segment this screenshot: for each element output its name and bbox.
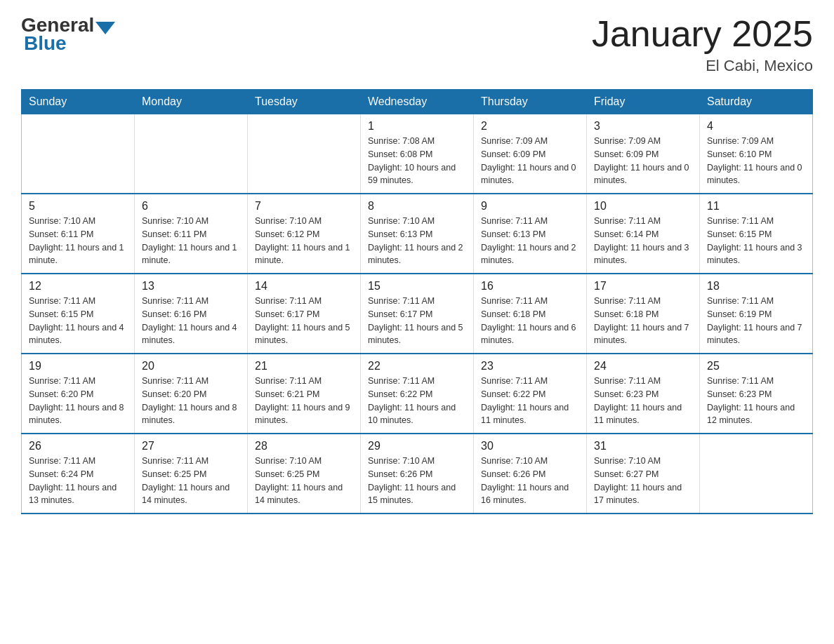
days-of-week-row: SundayMondayTuesdayWednesdayThursdayFrid… (22, 90, 813, 114)
day-number: 27 (142, 440, 240, 452)
day-cell (700, 434, 813, 514)
day-cell: 18Sunrise: 7:11 AM Sunset: 6:19 PM Dayli… (700, 274, 813, 354)
day-info: Sunrise: 7:11 AM Sunset: 6:18 PM Dayligh… (481, 295, 579, 347)
day-cell: 2Sunrise: 7:09 AM Sunset: 6:09 PM Daylig… (474, 114, 587, 194)
day-info: Sunrise: 7:10 AM Sunset: 6:26 PM Dayligh… (481, 455, 579, 507)
day-number: 17 (594, 280, 692, 293)
calendar-table: SundayMondayTuesdayWednesdayThursdayFrid… (21, 89, 813, 514)
day-cell: 17Sunrise: 7:11 AM Sunset: 6:18 PM Dayli… (587, 274, 700, 354)
day-cell: 25Sunrise: 7:11 AM Sunset: 6:23 PM Dayli… (700, 354, 813, 434)
day-info: Sunrise: 7:11 AM Sunset: 6:13 PM Dayligh… (481, 215, 579, 267)
header-sunday: Sunday (22, 90, 135, 114)
day-number: 31 (594, 440, 692, 452)
day-cell: 19Sunrise: 7:11 AM Sunset: 6:20 PM Dayli… (22, 354, 135, 434)
day-info: Sunrise: 7:09 AM Sunset: 6:09 PM Dayligh… (594, 135, 692, 187)
page-header: General Blue January 2025 El Cabi, Mexic… (21, 14, 813, 75)
title-area: January 2025 El Cabi, Mexico (592, 14, 813, 75)
day-cell: 3Sunrise: 7:09 AM Sunset: 6:09 PM Daylig… (587, 114, 700, 194)
day-info: Sunrise: 7:11 AM Sunset: 6:21 PM Dayligh… (255, 375, 353, 427)
day-info: Sunrise: 7:11 AM Sunset: 6:25 PM Dayligh… (142, 455, 240, 507)
day-info: Sunrise: 7:10 AM Sunset: 6:11 PM Dayligh… (142, 215, 240, 267)
day-info: Sunrise: 7:09 AM Sunset: 6:10 PM Dayligh… (707, 135, 805, 187)
day-number: 4 (707, 120, 805, 133)
header-tuesday: Tuesday (248, 90, 361, 114)
day-cell: 1Sunrise: 7:08 AM Sunset: 6:08 PM Daylig… (361, 114, 474, 194)
day-cell: 28Sunrise: 7:10 AM Sunset: 6:25 PM Dayli… (248, 434, 361, 514)
header-friday: Friday (587, 90, 700, 114)
header-wednesday: Wednesday (361, 90, 474, 114)
day-cell: 31Sunrise: 7:10 AM Sunset: 6:27 PM Dayli… (587, 434, 700, 514)
day-cell (22, 114, 135, 194)
day-info: Sunrise: 7:11 AM Sunset: 6:20 PM Dayligh… (142, 375, 240, 427)
day-number: 5 (29, 200, 127, 213)
day-number: 8 (368, 200, 466, 213)
day-cell (135, 114, 248, 194)
day-info: Sunrise: 7:11 AM Sunset: 6:19 PM Dayligh… (707, 295, 805, 347)
day-number: 7 (255, 200, 353, 213)
header-saturday: Saturday (700, 90, 813, 114)
day-number: 9 (481, 200, 579, 213)
day-info: Sunrise: 7:10 AM Sunset: 6:26 PM Dayligh… (368, 455, 466, 507)
logo: General Blue (21, 14, 117, 55)
day-info: Sunrise: 7:11 AM Sunset: 6:15 PM Dayligh… (707, 215, 805, 267)
day-info: Sunrise: 7:11 AM Sunset: 6:18 PM Dayligh… (594, 295, 692, 347)
day-info: Sunrise: 7:08 AM Sunset: 6:08 PM Dayligh… (368, 135, 466, 187)
day-number: 20 (142, 360, 240, 373)
day-cell: 6Sunrise: 7:10 AM Sunset: 6:11 PM Daylig… (135, 194, 248, 274)
day-cell: 21Sunrise: 7:11 AM Sunset: 6:21 PM Dayli… (248, 354, 361, 434)
week-row-4: 19Sunrise: 7:11 AM Sunset: 6:20 PM Dayli… (22, 354, 813, 434)
day-number: 2 (481, 120, 579, 133)
day-number: 22 (368, 360, 466, 373)
day-number: 29 (368, 440, 466, 452)
day-cell: 26Sunrise: 7:11 AM Sunset: 6:24 PM Dayli… (22, 434, 135, 514)
day-cell: 13Sunrise: 7:11 AM Sunset: 6:16 PM Dayli… (135, 274, 248, 354)
day-number: 25 (707, 360, 805, 373)
day-cell: 23Sunrise: 7:11 AM Sunset: 6:22 PM Dayli… (474, 354, 587, 434)
day-number: 11 (707, 200, 805, 213)
day-number: 19 (29, 360, 127, 373)
day-info: Sunrise: 7:11 AM Sunset: 6:23 PM Dayligh… (594, 375, 692, 427)
header-monday: Monday (135, 90, 248, 114)
day-cell: 27Sunrise: 7:11 AM Sunset: 6:25 PM Dayli… (135, 434, 248, 514)
day-info: Sunrise: 7:11 AM Sunset: 6:24 PM Dayligh… (29, 455, 127, 507)
day-cell: 29Sunrise: 7:10 AM Sunset: 6:26 PM Dayli… (361, 434, 474, 514)
day-number: 30 (481, 440, 579, 452)
location-text: El Cabi, Mexico (592, 57, 813, 75)
day-number: 14 (255, 280, 353, 293)
day-cell: 30Sunrise: 7:10 AM Sunset: 6:26 PM Dayli… (474, 434, 587, 514)
day-number: 3 (594, 120, 692, 133)
day-info: Sunrise: 7:11 AM Sunset: 6:23 PM Dayligh… (707, 375, 805, 427)
day-info: Sunrise: 7:10 AM Sunset: 6:12 PM Dayligh… (255, 215, 353, 267)
week-row-3: 12Sunrise: 7:11 AM Sunset: 6:15 PM Dayli… (22, 274, 813, 354)
day-number: 13 (142, 280, 240, 293)
day-cell: 10Sunrise: 7:11 AM Sunset: 6:14 PM Dayli… (587, 194, 700, 274)
week-row-1: 1Sunrise: 7:08 AM Sunset: 6:08 PM Daylig… (22, 114, 813, 194)
day-info: Sunrise: 7:11 AM Sunset: 6:15 PM Dayligh… (29, 295, 127, 347)
week-row-2: 5Sunrise: 7:10 AM Sunset: 6:11 PM Daylig… (22, 194, 813, 274)
day-number: 12 (29, 280, 127, 293)
day-info: Sunrise: 7:11 AM Sunset: 6:22 PM Dayligh… (481, 375, 579, 427)
day-number: 16 (481, 280, 579, 293)
day-cell: 11Sunrise: 7:11 AM Sunset: 6:15 PM Dayli… (700, 194, 813, 274)
day-info: Sunrise: 7:11 AM Sunset: 6:16 PM Dayligh… (142, 295, 240, 347)
day-number: 24 (594, 360, 692, 373)
day-cell: 5Sunrise: 7:10 AM Sunset: 6:11 PM Daylig… (22, 194, 135, 274)
day-cell: 22Sunrise: 7:11 AM Sunset: 6:22 PM Dayli… (361, 354, 474, 434)
day-info: Sunrise: 7:09 AM Sunset: 6:09 PM Dayligh… (481, 135, 579, 187)
day-number: 10 (594, 200, 692, 213)
day-cell: 24Sunrise: 7:11 AM Sunset: 6:23 PM Dayli… (587, 354, 700, 434)
day-cell: 7Sunrise: 7:10 AM Sunset: 6:12 PM Daylig… (248, 194, 361, 274)
day-cell: 4Sunrise: 7:09 AM Sunset: 6:10 PM Daylig… (700, 114, 813, 194)
logo-blue-text: Blue (24, 32, 67, 55)
day-cell: 14Sunrise: 7:11 AM Sunset: 6:17 PM Dayli… (248, 274, 361, 354)
day-number: 28 (255, 440, 353, 452)
logo-arrow-icon (95, 22, 115, 34)
week-row-5: 26Sunrise: 7:11 AM Sunset: 6:24 PM Dayli… (22, 434, 813, 514)
day-number: 23 (481, 360, 579, 373)
day-cell: 9Sunrise: 7:11 AM Sunset: 6:13 PM Daylig… (474, 194, 587, 274)
day-info: Sunrise: 7:10 AM Sunset: 6:13 PM Dayligh… (368, 215, 466, 267)
day-info: Sunrise: 7:11 AM Sunset: 6:22 PM Dayligh… (368, 375, 466, 427)
day-info: Sunrise: 7:11 AM Sunset: 6:17 PM Dayligh… (368, 295, 466, 347)
day-cell: 15Sunrise: 7:11 AM Sunset: 6:17 PM Dayli… (361, 274, 474, 354)
day-cell: 16Sunrise: 7:11 AM Sunset: 6:18 PM Dayli… (474, 274, 587, 354)
